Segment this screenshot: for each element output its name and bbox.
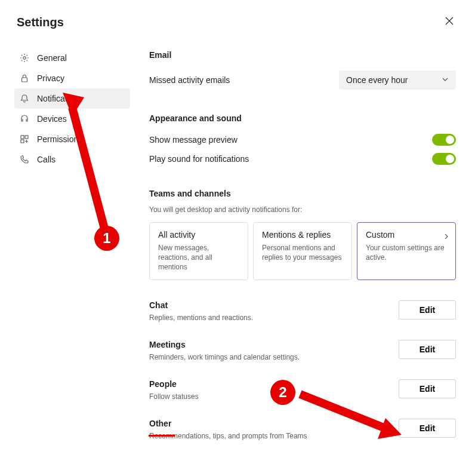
annotation-badge-1: 1 (94, 226, 119, 251)
meetings-section: Meetings Reminders, work timings and cal… (149, 340, 456, 361)
people-section: People Follow statuses Edit (149, 379, 456, 401)
missed-emails-dropdown[interactable]: Once every hour (339, 70, 456, 90)
chat-section: Chat Replies, mentions and reactions. Ed… (149, 300, 456, 322)
card-custom[interactable]: Custom Your custom settings are active. (357, 222, 456, 280)
svg-rect-2 (21, 136, 24, 139)
dropdown-value: Once every hour (346, 75, 408, 85)
lock-icon (19, 73, 30, 84)
annotation-underline-other (149, 435, 175, 437)
email-heading: Email (149, 50, 456, 60)
missed-emails-label: Missed activity emails (149, 75, 230, 85)
sidebar-item-permissions[interactable]: Permissions (14, 129, 130, 149)
sidebar-item-general[interactable]: General (14, 48, 130, 68)
card-title: Mentions & replies (262, 230, 343, 239)
sidebar-item-label: Notifications (37, 94, 82, 103)
card-mentions-replies[interactable]: Mentions & replies Personal mentions and… (253, 222, 352, 280)
svg-rect-4 (21, 140, 24, 143)
sidebar-item-label: General (37, 53, 67, 63)
bell-icon (19, 93, 30, 104)
message-preview-label: Show message preview (149, 135, 237, 145)
sidebar-item-label: Calls (37, 155, 55, 164)
play-sound-label: Play sound for notifications (149, 154, 249, 164)
sidebar-item-notifications[interactable]: Notifications (14, 88, 130, 109)
svg-rect-3 (25, 136, 28, 139)
teams-channels-section: Teams and channels You will get desktop … (149, 189, 456, 280)
people-edit-button[interactable]: Edit (399, 379, 456, 398)
sidebar-item-privacy[interactable]: Privacy (14, 68, 130, 88)
chevron-down-icon (442, 75, 449, 85)
teams-channels-cards: All activity New messages, reactions, an… (149, 222, 456, 280)
teams-channels-subtext: You will get desktop and activity notifi… (149, 205, 456, 214)
card-title: All activity (158, 230, 239, 239)
card-desc: Your custom settings are active. (366, 243, 447, 262)
other-section: Other Recommendations, tips, and prompts… (149, 419, 456, 440)
card-desc: Personal mentions and replies to your me… (262, 243, 343, 262)
meetings-heading: Meetings (149, 340, 300, 349)
other-edit-button[interactable]: Edit (399, 419, 456, 438)
page-title: Settings (17, 16, 64, 29)
meetings-edit-button[interactable]: Edit (399, 340, 456, 359)
message-preview-toggle[interactable] (432, 134, 456, 146)
sidebar-item-label: Permissions (37, 134, 82, 144)
sidebar-item-calls[interactable]: Calls (14, 149, 130, 170)
grid-icon (19, 134, 30, 145)
teams-channels-heading: Teams and channels (149, 189, 456, 198)
chat-heading: Chat (149, 300, 253, 310)
people-desc: Follow statuses (149, 392, 199, 401)
chat-edit-button[interactable]: Edit (399, 300, 456, 320)
people-heading: People (149, 379, 199, 389)
gear-icon (19, 53, 30, 63)
sidebar-item-devices[interactable]: Devices (14, 109, 130, 129)
sidebar-item-label: Privacy (37, 73, 64, 83)
email-section: Email Missed activity emails Once every … (149, 50, 456, 93)
card-all-activity[interactable]: All activity New messages, reactions, an… (149, 222, 248, 280)
chevron-right-icon (443, 231, 449, 242)
close-icon (445, 17, 454, 25)
chat-desc: Replies, mentions and reactions. (149, 314, 253, 322)
headset-icon (19, 113, 30, 124)
settings-header: Settings (0, 0, 475, 41)
sidebar-item-label: Devices (37, 114, 67, 124)
appearance-heading: Appearance and sound (149, 113, 456, 123)
phone-icon (19, 154, 30, 165)
settings-sidebar: General Privacy Notifications Devices Pe… (0, 41, 130, 470)
play-sound-toggle[interactable] (432, 153, 456, 165)
close-button[interactable] (440, 14, 458, 30)
appearance-section: Appearance and sound Show message previe… (149, 113, 456, 168)
meetings-desc: Reminders, work timings and calendar set… (149, 353, 300, 361)
settings-content: Email Missed activity emails Once every … (130, 41, 475, 470)
svg-point-0 (23, 57, 26, 59)
annotation-badge-2: 2 (270, 380, 295, 405)
svg-rect-1 (22, 78, 27, 82)
card-title: Custom (366, 230, 447, 239)
card-desc: New messages, reactions, and all mention… (158, 243, 239, 272)
other-heading: Other (149, 419, 307, 428)
